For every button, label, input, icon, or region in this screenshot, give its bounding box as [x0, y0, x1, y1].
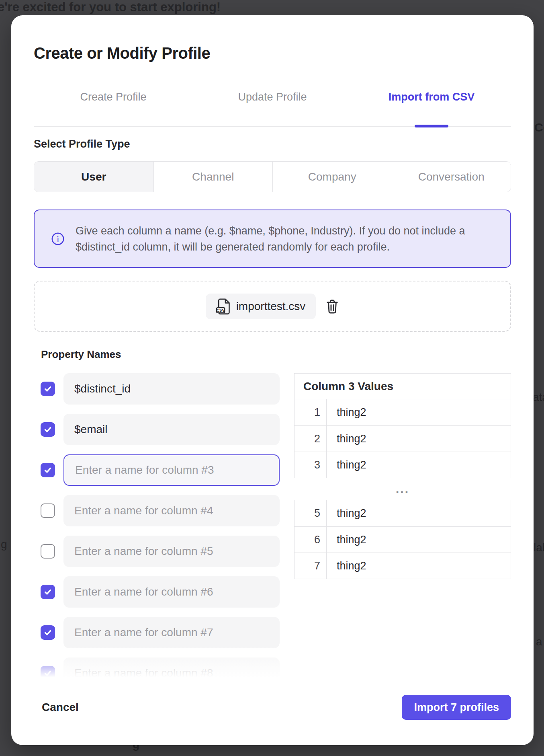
tab-import-from-csv[interactable]: Import from CSV [352, 89, 511, 105]
import-profiles-button[interactable]: Import 7 profiles [402, 695, 511, 720]
row-value: thing2 [327, 426, 511, 452]
uploaded-file-name: importtest.csv [236, 300, 306, 313]
preview-table-top: Column 3 Values 1 thing2 2 thing2 3 thin… [294, 373, 511, 478]
delete-file-button[interactable] [325, 299, 339, 314]
svg-text:CSV: CSV [216, 308, 225, 312]
property-name-input[interactable] [63, 373, 280, 405]
create-or-modify-profile-modal: Create or Modify Profile Create Profile … [11, 15, 534, 745]
background-text-fragment: a [536, 635, 542, 648]
property-names-label: Property Names [41, 348, 511, 361]
property-name-input[interactable] [63, 576, 280, 608]
property-row [34, 617, 294, 648]
property-row [34, 657, 294, 683]
property-checkbox[interactable] [41, 666, 55, 680]
preview-table-header: Column 3 Values [294, 374, 511, 399]
row-number: 1 [294, 399, 327, 425]
background-text-fragment: Co [534, 121, 544, 134]
background-text-fragment: e're excited for you to start exploring! [0, 0, 221, 14]
info-icon: i [51, 232, 65, 246]
cancel-button[interactable]: Cancel [42, 701, 79, 714]
property-checkbox[interactable] [41, 625, 55, 640]
mapping-area: Column 3 Values 1 thing2 2 thing2 3 thin… [34, 373, 511, 683]
uploaded-file-chip[interactable]: CSV importtest.csv [206, 294, 316, 319]
row-value: thing2 [327, 527, 511, 553]
modal-footer: Cancel Import 7 profiles [34, 695, 511, 720]
preview-table-row: 6 thing2 [294, 526, 511, 553]
tab-update-profile[interactable]: Update Profile [193, 89, 352, 105]
row-value: thing2 [327, 553, 511, 579]
modal-tabs: Create Profile Update Profile Import fro… [34, 89, 511, 127]
row-number: 7 [294, 553, 327, 579]
info-banner: i Give each column a name (e.g. $name, $… [34, 210, 511, 268]
property-row [34, 495, 294, 526]
background-text-fragment: lab [534, 541, 544, 554]
row-value: thing2 [327, 452, 511, 478]
profile-type-channel[interactable]: Channel [153, 162, 273, 192]
check-icon [43, 587, 53, 597]
property-row [34, 373, 294, 405]
modal-title: Create or Modify Profile [34, 44, 511, 62]
property-row [34, 414, 294, 445]
preview-table-bottom: 5 thing2 6 thing2 7 thing2 [294, 500, 511, 579]
tab-label: Update Profile [238, 91, 307, 103]
check-icon [43, 668, 53, 678]
check-icon [43, 425, 53, 434]
profile-type-user[interactable]: User [34, 162, 153, 192]
csv-file-icon: CSV [216, 298, 231, 314]
active-tab-underline [415, 125, 448, 127]
property-name-input[interactable] [63, 617, 280, 648]
row-number: 6 [294, 527, 327, 553]
property-name-input[interactable] [63, 414, 280, 445]
csv-dropzone[interactable]: CSV importtest.csv [34, 281, 511, 332]
tab-create-profile[interactable]: Create Profile [34, 89, 193, 105]
row-value: thing2 [327, 399, 511, 425]
row-value: thing2 [327, 500, 511, 526]
preview-table-row: 7 thing2 [294, 553, 511, 579]
property-row [34, 454, 294, 486]
property-name-input[interactable] [63, 657, 280, 683]
preview-table-row: 3 thing2 [294, 452, 511, 478]
profile-type-conversation[interactable]: Conversation [392, 162, 511, 192]
profile-type-company[interactable]: Company [272, 162, 392, 192]
row-number: 5 [294, 500, 327, 526]
check-icon [43, 465, 53, 475]
profile-type-segmented-control: UserChannelCompanyConversation [34, 161, 511, 192]
preview-table-row: 1 thing2 [294, 399, 511, 425]
preview-table-row: 5 thing2 [294, 500, 511, 526]
property-checkbox[interactable] [41, 382, 55, 396]
tab-label: Create Profile [80, 91, 146, 103]
tab-label: Import from CSV [389, 91, 475, 103]
row-number: 3 [294, 452, 327, 478]
property-name-input[interactable] [63, 454, 280, 486]
background-text-fragment: ata [533, 391, 544, 404]
property-checkbox[interactable] [41, 422, 55, 437]
check-icon [43, 628, 53, 637]
svg-text:i: i [57, 234, 59, 244]
property-row [34, 576, 294, 608]
property-rows-list [34, 373, 294, 683]
property-row [34, 536, 294, 567]
preview-table-row: 2 thing2 [294, 425, 511, 452]
property-name-input[interactable] [63, 536, 280, 567]
property-checkbox[interactable] [41, 463, 55, 477]
column-values-preview: Column 3 Values 1 thing2 2 thing2 3 thin… [294, 373, 511, 683]
check-icon [43, 384, 53, 394]
select-profile-type-label: Select Profile Type [34, 137, 511, 151]
info-text: Give each column a name (e.g. $name, $ph… [76, 223, 481, 255]
property-checkbox[interactable] [41, 503, 55, 518]
property-checkbox[interactable] [41, 544, 55, 559]
preview-ellipsis: ... [294, 478, 511, 500]
row-number: 2 [294, 426, 327, 452]
property-checkbox[interactable] [41, 585, 55, 599]
property-name-input[interactable] [63, 495, 280, 526]
background-text-fragment: g [1, 538, 7, 551]
